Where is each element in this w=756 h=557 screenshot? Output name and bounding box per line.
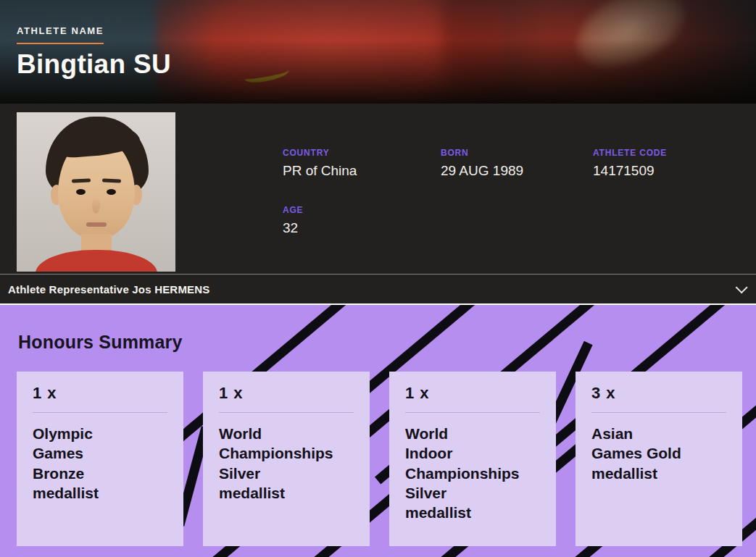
athlete-name-label: ATHLETE NAME [17, 25, 171, 36]
born-label: BORN [441, 148, 593, 158]
age-value: 32 [283, 220, 441, 236]
card-divider [219, 412, 354, 413]
born-value: 29 AUG 1989 [441, 163, 593, 179]
honour-count: 3 x [591, 384, 726, 403]
representative-text: Athlete Representative Jos HERMENS [8, 283, 210, 296]
athlete-profile-page: ATHLETE NAME Bingtian SU COUNTRY PR of C… [0, 0, 756, 557]
honour-title: Olympic Games Bronze medallist [33, 424, 167, 503]
headshot-eye-left [76, 189, 86, 195]
headshot-mouth [86, 222, 107, 227]
honours-summary-section: Honours Summary 1 x Olympic Games Bronze… [0, 303, 756, 557]
honour-title: World Indoor Championships Silver medall… [405, 424, 540, 522]
age-label: AGE [283, 205, 441, 215]
info-field-country: COUNTRY PR of China [283, 148, 441, 179]
card-divider [33, 412, 167, 413]
honour-title: World Championships Silver medallist [219, 424, 354, 503]
hero-banner: ATHLETE NAME Bingtian SU [0, 0, 756, 104]
info-field-born: BORN 29 AUG 1989 [441, 148, 593, 179]
country-value: PR of China [283, 163, 441, 179]
hero-content: ATHLETE NAME Bingtian SU [17, 25, 171, 80]
honour-card-world-silver: 1 x World Championships Silver medallist [203, 372, 370, 546]
headshot-eye-right [107, 189, 116, 195]
athlete-name: Bingtian SU [17, 49, 171, 80]
honour-count: 1 x [219, 384, 354, 403]
info-field-athlete-code: ATHLETE CODE 14171509 [593, 148, 739, 179]
honour-card-olympic-bronze: 1 x Olympic Games Bronze medallist [17, 372, 183, 546]
honour-title: Asian Games Gold medallist [591, 424, 726, 483]
honour-cards-row: 1 x Olympic Games Bronze medallist 1 x W… [17, 372, 742, 546]
info-grid: COUNTRY PR of China BORN 29 AUG 1989 ATH… [283, 148, 739, 236]
athlete-info-panel: COUNTRY PR of China BORN 29 AUG 1989 ATH… [0, 104, 756, 274]
card-divider [591, 412, 726, 413]
athlete-code-value: 14171509 [593, 163, 739, 179]
athlete-headshot-photo [17, 112, 175, 272]
headshot-nose [92, 198, 100, 214]
country-label: COUNTRY [283, 148, 441, 158]
honour-card-world-indoor-silver: 1 x World Indoor Championships Silver me… [389, 372, 556, 546]
honour-card-asian-games-gold: 3 x Asian Games Gold medallist [576, 372, 742, 546]
accent-underline [17, 43, 104, 44]
honour-count: 1 x [405, 384, 540, 403]
info-field-age: AGE 32 [283, 205, 441, 236]
honours-title: Honours Summary [18, 332, 756, 353]
card-divider [405, 412, 540, 413]
athlete-code-label: ATHLETE CODE [593, 148, 739, 158]
honour-count: 1 x [33, 384, 167, 403]
headshot-red-shirt [36, 250, 157, 272]
chevron-down-icon [736, 281, 748, 293]
athlete-representative-accordion[interactable]: Athlete Representative Jos HERMENS [0, 274, 756, 303]
